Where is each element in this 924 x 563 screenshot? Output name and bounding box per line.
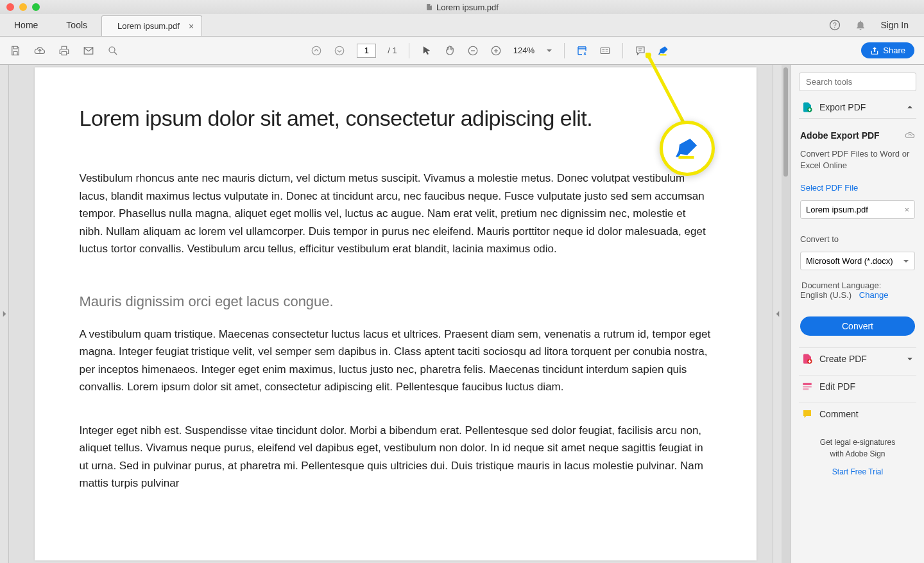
select-tool-icon[interactable]	[421, 45, 432, 56]
svg-text:?: ?	[833, 21, 837, 29]
right-tools-panel: Export PDF Adobe Export PDF Convert PDF …	[791, 65, 924, 563]
chevron-down-icon	[906, 355, 914, 363]
fit-width-icon[interactable]	[576, 45, 588, 56]
create-pdf-tool[interactable]: Create PDF	[799, 347, 916, 370]
selected-pdf-file-name: Lorem ipsum.pdf	[806, 205, 868, 214]
export-pdf-icon	[801, 101, 813, 113]
main-toolbar: 1 / 1 124% Share	[0, 37, 924, 65]
comment-tool[interactable]: Comment	[799, 403, 916, 425]
doc-heading: Lorem ipsum dolor sit amet, consectetur …	[80, 106, 712, 131]
select-pdf-file-link[interactable]: Select PDF File	[799, 183, 916, 193]
page-total-label: / 1	[388, 46, 397, 55]
hand-tool-icon[interactable]	[444, 45, 456, 56]
svg-rect-8	[601, 48, 610, 53]
export-pdf-label: Export PDF	[819, 102, 866, 112]
file-tab-label: Lorem ipsum.pdf	[117, 21, 180, 31]
vertical-scrollbar[interactable]	[781, 65, 791, 563]
window-titlebar: Lorem ipsum.pdf	[0, 0, 924, 14]
adobe-export-title: Adobe Export PDF	[799, 130, 916, 141]
zoom-in-icon[interactable]	[490, 45, 502, 56]
comment-icon	[801, 408, 813, 420]
tools-tab[interactable]: Tools	[52, 14, 101, 36]
edit-pdf-label: Edit PDF	[819, 381, 855, 392]
convert-to-label: Convert to	[799, 234, 916, 244]
svg-rect-9	[660, 54, 667, 55]
highlight-tool-icon[interactable]	[658, 45, 669, 56]
selected-pdf-file[interactable]: Lorem ipsum.pdf ×	[800, 200, 915, 219]
cloud-upload-icon[interactable]	[34, 45, 46, 56]
left-panel-handle[interactable]	[0, 65, 9, 563]
convert-to-select[interactable]: Microsoft Word (*.docx)	[800, 252, 915, 270]
doc-paragraph: A vestibulum quam tristique. Maecenas co…	[80, 325, 712, 396]
toolbar-separator	[622, 43, 623, 58]
start-free-trial-link[interactable]: Start Free Trial	[799, 466, 916, 478]
create-pdf-icon	[801, 353, 813, 365]
export-pdf-section-header[interactable]: Export PDF	[799, 96, 916, 119]
svg-rect-12	[803, 383, 812, 385]
page-down-icon[interactable]	[334, 45, 345, 56]
doc-paragraph: Integer eget nibh est. Suspendisse vitae…	[80, 422, 712, 492]
close-tab-icon[interactable]: ×	[189, 21, 194, 31]
save-icon[interactable]	[10, 45, 21, 56]
doc-paragraph: Vestibulum rhoncus ante nec mauris dictu…	[80, 169, 712, 258]
change-language-link[interactable]: Change	[858, 290, 890, 300]
toolbar-separator	[409, 43, 409, 58]
zoom-out-icon[interactable]	[467, 45, 479, 56]
svg-rect-14	[803, 388, 809, 390]
comment-tool-icon[interactable]	[635, 45, 646, 56]
zoom-dropdown-icon[interactable]	[546, 48, 552, 54]
share-button-label: Share	[883, 46, 905, 55]
clear-selected-file-icon[interactable]: ×	[904, 205, 909, 214]
document-viewport[interactable]: Lorem ipsum dolor sit amet, consectetur …	[0, 65, 791, 563]
comment-label: Comment	[819, 409, 859, 419]
cloud-sync-icon	[905, 130, 915, 141]
convert-button[interactable]: Convert	[800, 316, 915, 336]
edit-pdf-icon	[801, 381, 813, 392]
edit-pdf-tool[interactable]: Edit PDF	[799, 375, 916, 397]
email-icon[interactable]	[83, 45, 94, 56]
svg-point-4	[312, 46, 321, 55]
chevron-up-icon	[906, 103, 914, 111]
home-tab[interactable]: Home	[0, 14, 52, 36]
create-pdf-label: Create PDF	[819, 354, 867, 364]
pdf-page: Lorem ipsum dolor sit amet, consectetur …	[35, 67, 757, 560]
svg-point-3	[109, 47, 115, 53]
sign-in-link[interactable]: Sign In	[880, 20, 909, 30]
notifications-icon[interactable]	[855, 19, 866, 31]
toolbar-separator	[564, 43, 565, 58]
search-icon[interactable]	[107, 45, 119, 56]
pdf-file-icon	[425, 3, 433, 12]
search-tools-input[interactable]	[799, 73, 916, 91]
window-title-text: Lorem ipsum.pdf	[436, 3, 499, 12]
window-title: Lorem ipsum.pdf	[0, 3, 924, 12]
svg-point-5	[336, 46, 345, 55]
chevron-down-icon	[903, 258, 909, 264]
page-up-icon[interactable]	[311, 45, 322, 56]
help-icon[interactable]: ?	[829, 19, 841, 31]
doc-subheading: Mauris dignissim orci eget lacus congue.	[80, 293, 712, 310]
svg-rect-13	[803, 386, 812, 388]
share-button[interactable]: Share	[861, 42, 914, 58]
app-tabrow: Home Tools Lorem ipsum.pdf × ? Sign In	[0, 14, 924, 37]
scrollbar-thumb[interactable]	[783, 67, 788, 177]
read-mode-icon[interactable]	[599, 45, 611, 56]
esign-promo: Get legal e-signatures with Adobe Sign S…	[799, 437, 916, 478]
file-tab[interactable]: Lorem ipsum.pdf ×	[101, 15, 202, 36]
convert-to-value: Microsoft Word (*.docx)	[806, 256, 893, 266]
doc-language-value: English (U.S.)	[800, 290, 851, 300]
page-number-input[interactable]: 1	[357, 44, 376, 58]
zoom-value[interactable]: 124%	[513, 46, 535, 55]
print-icon[interactable]	[58, 45, 70, 56]
main-area: Lorem ipsum dolor sit amet, consectetur …	[0, 65, 924, 563]
right-panel-handle[interactable]	[773, 65, 782, 563]
doc-language-label: Document Language:	[800, 281, 882, 290]
adobe-export-desc: Convert PDF Files to Word or Excel Onlin…	[799, 148, 916, 171]
